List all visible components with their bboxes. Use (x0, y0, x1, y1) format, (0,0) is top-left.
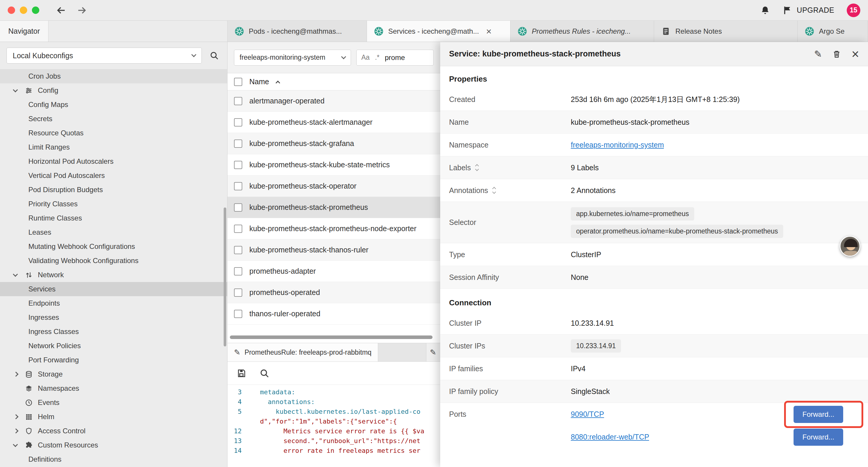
tab-release-notes[interactable]: Release Notes (654, 21, 798, 42)
sidebar-item-endpoints[interactable]: Endpoints (0, 296, 227, 310)
table-row[interactable]: alertmanager-operated (227, 90, 440, 112)
table-row[interactable]: thanos-ruler-operated (227, 303, 440, 324)
avatar[interactable] (840, 236, 860, 257)
forward-port-8080-button[interactable]: Forward... (794, 429, 843, 446)
sidebar-item-services[interactable]: Services (0, 282, 227, 296)
table-row[interactable]: kube-prometheus-stack-alertmanager (227, 112, 440, 133)
close-window-button[interactable] (8, 6, 15, 14)
table-row[interactable]: prometheus-operated (227, 282, 440, 303)
sidebar-item-helm[interactable]: Helm (0, 410, 227, 424)
notification-count-badge[interactable]: 15 (847, 4, 860, 17)
property-value: SingleStack (571, 387, 610, 396)
port-8080-link[interactable]: 8080:reloader-web/TCP (571, 433, 649, 441)
row-checkbox[interactable] (234, 161, 242, 169)
name-column-header[interactable]: Name (249, 78, 269, 86)
editor-tab-prometheusrule[interactable]: ✎ PrometheusRule: freeleaps-prod-rabbitm… (227, 343, 378, 361)
selector-chip: app.kubernetes.io/name=prometheus (571, 207, 694, 221)
table-row[interactable]: kube-prometheus-stack-prometheus-node-ex… (227, 218, 440, 239)
row-checkbox[interactable] (234, 225, 242, 233)
kubernetes-icon (235, 27, 244, 36)
sidebar-search-button[interactable] (208, 49, 221, 62)
expand-collapse-icon[interactable] (476, 165, 478, 171)
tab-bar: Navigator Pods - icecheng@mathmas... Ser… (0, 21, 868, 42)
sidebar-item-runtime-classes[interactable]: Runtime Classes (0, 211, 227, 225)
row-checkbox[interactable] (234, 140, 242, 148)
property-value: 10.233.14.91 (571, 319, 614, 327)
sidebar-scrollbar[interactable] (224, 207, 226, 346)
namespace-select[interactable]: freeleaps-monitoring-system (234, 50, 351, 66)
sidebar-item-ingresses[interactable]: Ingresses (0, 310, 227, 324)
sidebar-item-limit-ranges[interactable]: Limit Ranges (0, 140, 227, 154)
yaml-editor[interactable]: 3metadata: 4 annotations: 5 kubectl.kube… (227, 385, 440, 467)
expand-collapse-icon[interactable] (493, 187, 495, 193)
sidebar-item-pod-disruption-budgets[interactable]: Pod Disruption Budgets (0, 183, 227, 197)
namespace-link[interactable]: freeleaps-monitoring-system (571, 141, 664, 149)
sidebar-item-secrets[interactable]: Secrets (0, 112, 227, 126)
tab-pods[interactable]: Pods - icecheng@mathmas... (227, 21, 367, 42)
table-row[interactable]: kube-prometheus-stack-thanos-ruler (227, 239, 440, 261)
port-9090-link[interactable]: 9090/TCP (571, 410, 604, 418)
edit-icon[interactable]: ✎ (814, 49, 822, 60)
table-row[interactable]: kube-prometheus-stack-operator (227, 176, 440, 197)
sidebar-item-resource-quotas[interactable]: Resource Quotas (0, 126, 227, 140)
sidebar-item-cron-jobs[interactable]: Cron Jobs (0, 69, 227, 83)
row-checkbox[interactable] (234, 310, 242, 318)
table-row-selected[interactable]: kube-prometheus-stack-prometheus (227, 197, 440, 218)
row-checkbox[interactable] (234, 97, 242, 105)
kubeconfig-select[interactable]: Local Kubeconfigs (6, 48, 202, 63)
match-case-toggle[interactable]: Aa (361, 54, 370, 61)
table-row[interactable]: kube-prometheus-stack-grafana (227, 133, 440, 154)
sidebar-item-custom-resources[interactable]: Custom Resources (0, 438, 227, 452)
sidebar-item-config-maps[interactable]: Config Maps (0, 97, 227, 112)
navigator-tab[interactable]: Navigator (0, 21, 49, 42)
select-all-checkbox[interactable] (234, 78, 242, 86)
editor-search-icon[interactable] (259, 368, 270, 378)
sidebar-item-network-policies[interactable]: Network Policies (0, 339, 227, 353)
forward-port-9090-button[interactable]: Forward... (794, 406, 843, 423)
sidebar-item-leases[interactable]: Leases (0, 225, 227, 239)
sidebar-item-definitions[interactable]: Definitions (0, 452, 227, 466)
editor-tab-partial[interactable]: ✎ (426, 343, 440, 361)
notifications-bell-icon[interactable] (760, 5, 770, 16)
property-label: IP family policy (449, 387, 571, 396)
sidebar-item-horizontal-pod-autoscalers[interactable]: Horizontal Pod Autoscalers (0, 154, 227, 169)
sidebar-item-port-forwarding[interactable]: Port Forwarding (0, 353, 227, 367)
close-tab-icon[interactable]: × (486, 27, 492, 36)
search-input[interactable] (385, 54, 423, 62)
sidebar-item-validating-webhook-configurations[interactable]: Validating Webhook Configurations (0, 254, 227, 268)
regex-toggle[interactable]: .* (375, 54, 379, 61)
sidebar-item-events[interactable]: Events (0, 396, 227, 410)
row-checkbox[interactable] (234, 118, 242, 126)
drawer-body: Properties Created 253d 16h 6m ago (2025… (440, 66, 868, 467)
sidebar-item-mutating-webhook-configurations[interactable]: Mutating Webhook Configurations (0, 239, 227, 254)
tab-services[interactable]: Services - icecheng@math... × (367, 21, 510, 42)
sidebar-item-storage[interactable]: Storage (0, 367, 227, 381)
upgrade-button[interactable]: UPGRADE (783, 5, 834, 16)
tab-argo[interactable]: Argo Se (798, 21, 868, 42)
forward-arrow-icon[interactable] (76, 5, 87, 16)
sidebar-item-network[interactable]: Network (0, 268, 227, 282)
maximize-window-button[interactable] (32, 6, 39, 14)
table-row[interactable]: prometheus-adapter (227, 261, 440, 282)
sort-ascending-icon[interactable] (275, 81, 280, 85)
row-checkbox[interactable] (234, 267, 242, 275)
table-row[interactable]: kube-prometheus-stack-kube-state-metrics (227, 154, 440, 176)
close-drawer-icon[interactable]: × (851, 48, 859, 61)
minimize-window-button[interactable] (20, 6, 27, 14)
row-checkbox[interactable] (234, 289, 242, 297)
horizontal-scrollbar[interactable] (227, 335, 440, 339)
delete-trash-icon[interactable] (832, 49, 841, 59)
row-checkbox[interactable] (234, 203, 242, 212)
back-arrow-icon[interactable] (56, 5, 66, 16)
sidebar-item-config[interactable]: Config (0, 83, 227, 97)
row-checkbox[interactable] (234, 182, 242, 191)
row-checkbox[interactable] (234, 246, 242, 254)
save-icon[interactable] (236, 368, 246, 378)
sidebar-item-access-control[interactable]: Access Control (0, 424, 227, 438)
tab-prometheus-rules[interactable]: Prometheus Rules - icecheng... (510, 21, 654, 42)
sidebar-item-vertical-pod-autoscalers[interactable]: Vertical Pod Autoscalers (0, 169, 227, 183)
scrollbar-thumb[interactable] (230, 335, 433, 339)
sidebar-item-namespaces[interactable]: Namespaces (0, 381, 227, 396)
sidebar-item-ingress-classes[interactable]: Ingress Classes (0, 324, 227, 339)
sidebar-item-priority-classes[interactable]: Priority Classes (0, 197, 227, 211)
